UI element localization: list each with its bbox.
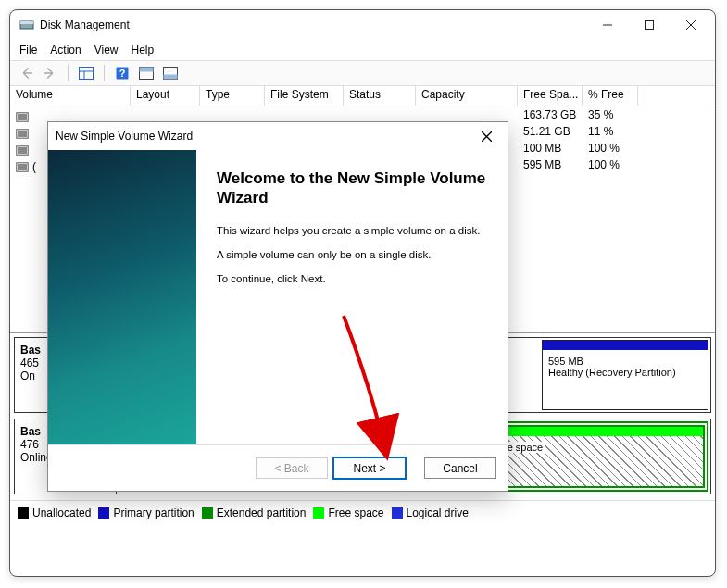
legend-swatch-extended <box>202 507 213 519</box>
col-volume[interactable]: Volume <box>10 86 131 106</box>
svg-rect-3 <box>645 21 653 30</box>
maximize-button[interactable] <box>628 11 670 39</box>
column-headers: Volume Layout Type File System Status Ca… <box>10 86 715 106</box>
col-filesystem[interactable]: File System <box>265 86 344 106</box>
next-button[interactable]: Next > <box>333 457 406 479</box>
new-simple-volume-wizard: New Simple Volume Wizard Welcome to the … <box>47 121 508 492</box>
wizard-content: Welcome to the New Simple Volume Wizard … <box>196 150 508 444</box>
wizard-heading: Welcome to the New Simple Volume Wizard <box>217 169 487 208</box>
legend-swatch-logical <box>392 507 403 519</box>
minimize-button[interactable] <box>586 11 628 39</box>
help-icon[interactable]: ? <box>112 63 132 83</box>
close-button[interactable] <box>670 11 711 39</box>
col-free[interactable]: Free Spa... <box>518 86 583 106</box>
menu-file[interactable]: File <box>19 44 37 56</box>
toolbar: ? <box>10 60 715 86</box>
disk-icon <box>16 112 29 122</box>
disk-icon <box>16 162 29 172</box>
svg-rect-6 <box>80 68 94 80</box>
wizard-title: New Simple Volume Wizard <box>56 130 193 143</box>
col-spacer <box>638 86 715 106</box>
menu-action[interactable]: Action <box>50 44 81 56</box>
list-item[interactable]: ( <box>12 158 36 175</box>
app-icon <box>19 18 34 32</box>
toolbar-view-bottom-icon[interactable] <box>160 63 181 83</box>
menu-help[interactable]: Help <box>132 44 155 56</box>
list-item[interactable] <box>12 125 36 142</box>
menu-view[interactable]: View <box>94 44 119 56</box>
svg-text:?: ? <box>119 68 126 79</box>
col-pct[interactable]: % Free <box>583 86 638 106</box>
toolbar-view-top-icon[interactable] <box>136 63 157 83</box>
col-layout[interactable]: Layout <box>131 86 200 106</box>
window-controls <box>586 11 711 39</box>
svg-rect-12 <box>140 68 154 72</box>
disk-icon <box>16 145 29 156</box>
svg-rect-1 <box>20 21 33 24</box>
wizard-close-button[interactable] <box>472 122 500 150</box>
wizard-sidebar-graphic <box>48 150 196 444</box>
forward-icon[interactable] <box>40 63 60 83</box>
toolbar-separator <box>68 65 69 81</box>
legend-swatch-free <box>313 507 324 519</box>
col-type[interactable]: Type <box>200 86 265 106</box>
col-capacity[interactable]: Capacity <box>416 86 518 106</box>
cancel-button[interactable]: Cancel <box>424 457 496 479</box>
list-item[interactable] <box>12 108 36 125</box>
partition-recovery[interactable]: 595 MB Healthy (Recovery Partition) <box>542 340 708 410</box>
disk-management-window: Disk Management File Action View Help ? … <box>9 9 716 577</box>
titlebar: Disk Management <box>10 10 715 40</box>
menubar: File Action View Help <box>10 40 715 60</box>
legend-swatch-primary <box>98 507 109 519</box>
wizard-text: A simple volume can only be on a single … <box>217 249 487 260</box>
col-status[interactable]: Status <box>344 86 416 106</box>
legend: Unallocated Primary partition Extended p… <box>10 500 715 524</box>
wizard-button-row: < Back Next > Cancel <box>48 444 508 491</box>
window-title: Disk Management <box>40 19 586 31</box>
wizard-titlebar: New Simple Volume Wizard <box>48 122 508 150</box>
wizard-text: This wizard helps you create a simple vo… <box>217 225 487 236</box>
wizard-text: To continue, click Next. <box>217 273 487 284</box>
toolbar-separator <box>104 65 105 81</box>
svg-rect-14 <box>164 75 178 80</box>
back-button: < Back <box>256 457 328 479</box>
back-icon[interactable] <box>16 63 36 83</box>
list-item[interactable] <box>12 142 36 158</box>
disk-icon <box>16 129 29 139</box>
toolbar-layout-icon[interactable] <box>76 63 96 83</box>
legend-swatch-unallocated <box>18 507 29 519</box>
